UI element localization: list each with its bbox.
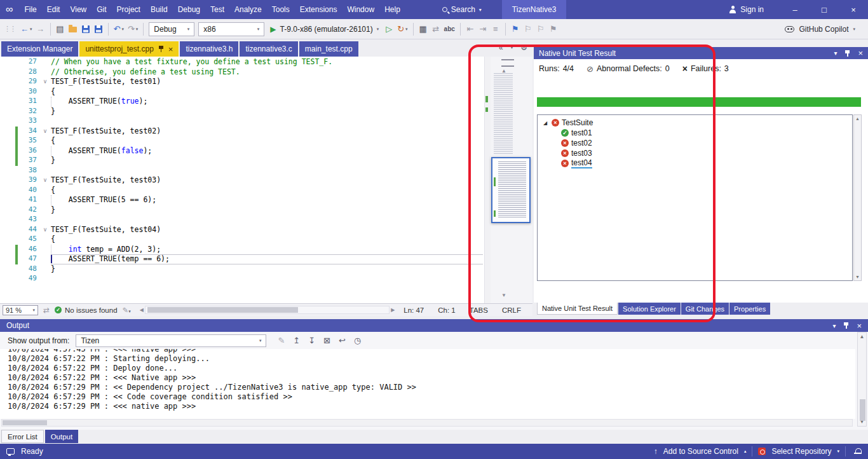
redo-button[interactable]: ↷▾ <box>126 22 140 37</box>
minimap-viewport[interactable] <box>491 157 531 223</box>
start-without-debugging-button[interactable]: ▷ <box>383 22 395 37</box>
close-button[interactable]: × <box>839 0 868 19</box>
scrollbar-thumb[interactable] <box>147 307 299 313</box>
github-copilot-button[interactable]: GitHub Copilot ▾ <box>785 25 855 34</box>
prev-bookmark-button[interactable]: ⚐ <box>522 22 534 37</box>
breakpoint-margin[interactable] <box>0 235 15 245</box>
breakpoint-margin[interactable] <box>0 107 15 117</box>
code-line-42[interactable]: 42} <box>0 205 484 216</box>
scroll-right-icon[interactable]: ▶ <box>391 307 395 313</box>
prev-message-icon[interactable]: ↥ <box>293 336 300 345</box>
code-line-48[interactable]: 48} <box>0 264 484 275</box>
breakpoint-margin[interactable] <box>0 205 15 216</box>
close-icon[interactable]: × <box>168 45 173 53</box>
toolbar-grip[interactable]: ⋮⋮ <box>4 25 15 33</box>
code-line-39[interactable]: 39∨TEST_F(TestSuite, test03) <box>0 175 484 186</box>
word-wrap-icon[interactable]: ↩ <box>339 336 346 345</box>
column-indicator[interactable]: Ch: 1 <box>438 306 456 314</box>
breakpoint-margin[interactable] <box>0 57 15 67</box>
code-line-47[interactable]: 47 ASSERT_TRUE(temp == 6); <box>0 254 484 264</box>
fold-collapse-icon[interactable]: ∨ <box>39 127 51 137</box>
menu-git[interactable]: Git <box>92 0 111 19</box>
output-log[interactable]: 10/8/2024 4:57:45 PM : <<< native app >>… <box>0 349 855 419</box>
start-debugging-button[interactable]: ▶ T-9.0-x86 (emulator-26101) ▾ <box>266 22 383 37</box>
menu-edit[interactable]: Edit <box>42 0 65 19</box>
breakpoint-margin[interactable] <box>0 175 15 186</box>
code-line-49[interactable]: 49 <box>0 274 484 284</box>
breakpoint-margin[interactable] <box>0 87 15 97</box>
code-line-40[interactable]: 40{ <box>0 186 484 196</box>
editor-horizontal-scrollbar[interactable]: ◀ ▶ <box>140 306 395 314</box>
minimize-button[interactable]: – <box>780 0 810 19</box>
tab-list-caret-icon[interactable]: ▾ <box>511 45 513 50</box>
spell-check-button[interactable]: abc <box>442 22 457 37</box>
pencil-icon[interactable]: ✎ <box>278 336 285 345</box>
scroll-down-icon[interactable]: ▼ <box>501 292 506 298</box>
window-position-caret-icon[interactable]: ▾ <box>834 50 837 57</box>
breakpoint-margin[interactable] <box>0 225 15 235</box>
menu-file[interactable]: File <box>19 0 41 19</box>
code-line-35[interactable]: 35{ <box>0 136 484 146</box>
doc-tab-main-test-cpp[interactable]: main_test.cpp <box>299 41 358 57</box>
undo-button[interactable]: ↶▾ <box>112 22 126 37</box>
menu-help[interactable]: Help <box>379 0 405 19</box>
code-line-28[interactable]: 28// Otherwise, you define a test using … <box>0 67 484 78</box>
breakpoint-margin[interactable] <box>0 67 15 78</box>
test-item-testsuite[interactable]: ◢×TestSuite <box>538 118 852 128</box>
test-item-test02[interactable]: ×test02 <box>538 138 852 148</box>
pin-icon[interactable] <box>158 45 164 53</box>
feedback-icon[interactable] <box>6 448 15 456</box>
panel-tab-error-list[interactable]: Error List <box>1 430 44 443</box>
code-line-45[interactable]: 45{ <box>0 235 484 245</box>
breakpoint-margin[interactable] <box>0 186 15 196</box>
clear-bookmarks-button[interactable]: ⚑ <box>547 22 560 37</box>
sign-in-button[interactable]: Sign in <box>729 5 764 14</box>
pin-icon[interactable] <box>843 322 849 329</box>
code-line-32[interactable]: 32} <box>0 107 484 117</box>
breakpoint-margin[interactable] <box>0 166 15 176</box>
breakpoint-margin[interactable] <box>0 274 15 284</box>
navigate-back-button[interactable]: ←▾ <box>18 22 34 37</box>
health-indicator[interactable]: ✓ No issues found <box>55 306 117 314</box>
code-line-36[interactable]: 36 ASSERT_TRUE(false); <box>0 146 484 156</box>
breakpoint-margin[interactable] <box>0 195 15 205</box>
menu-test[interactable]: Test <box>205 0 229 19</box>
scrollbar-thumb[interactable] <box>860 399 865 421</box>
menu-window[interactable]: Window <box>342 0 379 19</box>
panel-tab-output[interactable]: Output <box>45 430 79 443</box>
output-horizontal-scrollbar[interactable] <box>1 419 853 427</box>
scroll-up-icon[interactable]: ▲ <box>855 116 860 121</box>
code-editor[interactable]: 27// When you have a test fixture, you d… <box>0 57 532 303</box>
code-line-44[interactable]: 44∨TEST_F(TestSuite, test04) <box>0 225 484 235</box>
comment-button[interactable]: ≡ <box>489 22 502 37</box>
breakpoint-margin[interactable] <box>0 127 15 137</box>
code-line-41[interactable]: 41 ASSERT_TRUE(5 == 6); <box>0 195 484 205</box>
code-line-33[interactable]: 33 <box>0 116 484 127</box>
tree-scrollbar[interactable]: ▲ ▼ <box>853 114 862 281</box>
next-bookmark-button[interactable]: ⚐ <box>534 22 547 37</box>
new-project-button[interactable]: ▤ <box>54 22 67 37</box>
doc-tab-unittestproj-test-cpp[interactable]: unittestproj_test.cpp× <box>79 41 179 57</box>
minimap-scrollbar[interactable]: ▲ ▼ <box>484 57 532 303</box>
test-item-test04[interactable]: ×test04 <box>538 158 852 168</box>
pin-icon[interactable] <box>844 50 850 57</box>
configuration-dropdown[interactable]: Debug▾ <box>149 22 194 36</box>
breakpoint-margin[interactable] <box>0 97 15 107</box>
breakpoint-margin[interactable] <box>0 116 15 127</box>
add-to-source-control-button[interactable]: Add to Source Control <box>663 447 738 456</box>
breakpoint-margin[interactable] <box>0 77 15 87</box>
select-repository-button[interactable]: Select Repository <box>771 447 831 456</box>
line-indicator[interactable]: Ln: 47 <box>403 306 424 314</box>
scroll-down-icon[interactable]: ▼ <box>855 275 860 279</box>
find-in-files-button[interactable]: ▦ <box>417 22 430 37</box>
doc-tab-tizennative3-h[interactable]: tizennative3.h <box>180 41 238 57</box>
fold-collapse-icon[interactable]: ∨ <box>39 175 51 186</box>
fold-collapse-icon[interactable]: ∨ <box>39 77 51 87</box>
code-line-43[interactable]: 43 <box>0 215 484 225</box>
code-line-34[interactable]: 34∨TEST_F(TestSuite, test02) <box>0 127 484 137</box>
hot-reload-button[interactable]: ↻▾ <box>395 22 409 37</box>
scroll-left-icon[interactable]: ◀ <box>140 307 144 313</box>
breakpoint-margin[interactable] <box>0 264 15 275</box>
dock-chevrons-icon[interactable]: « <box>499 43 503 52</box>
menu-project[interactable]: Project <box>112 0 146 19</box>
